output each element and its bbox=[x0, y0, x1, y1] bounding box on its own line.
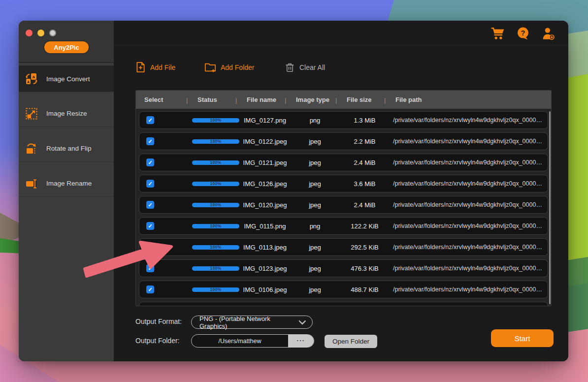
progress-bar: 100% bbox=[192, 182, 239, 186]
file-size: 476.3 KiB bbox=[340, 265, 389, 272]
table-row[interactable]: ✓ 100% IMG_0120.jpeg jpeg 2.4 MiB /priva… bbox=[139, 196, 548, 214]
trash-icon bbox=[285, 62, 295, 73]
progress-bar: 100% bbox=[192, 266, 239, 271]
cart-icon[interactable] bbox=[490, 27, 505, 40]
file-name: IMG_0113.jpeg bbox=[240, 244, 290, 251]
add-folder-button[interactable]: Add Folder bbox=[204, 62, 254, 73]
row-checkbox[interactable]: ✓ bbox=[146, 286, 154, 293]
sidebar-item-label: Image Resize bbox=[46, 110, 87, 117]
row-status-cell: 100% bbox=[191, 160, 240, 165]
row-checkbox[interactable]: ✓ bbox=[146, 116, 154, 124]
row-select-cell: ✓ bbox=[139, 286, 191, 293]
sidebar-item-image-rename[interactable]: Image Rename bbox=[19, 170, 114, 197]
progress-bar: 100% bbox=[192, 139, 239, 144]
file-name: IMG_0127.png bbox=[240, 117, 290, 124]
file-path: /private/var/folders/nz/xrvlwyln4w9dgkhv… bbox=[389, 201, 548, 208]
row-status-cell: 100% bbox=[191, 287, 240, 292]
row-status-cell: 100% bbox=[191, 203, 240, 207]
row-checkbox[interactable]: ✓ bbox=[146, 222, 154, 230]
output-folder-label: Output Folder: bbox=[135, 337, 180, 345]
main-pane: ? Add File bbox=[114, 21, 568, 361]
row-select-cell: ✓ bbox=[139, 116, 191, 124]
table-row[interactable]: ✓ 100% IMG_0106.jpeg jpeg 488.7 KiB /pri… bbox=[139, 281, 548, 298]
file-size: 292.5 KiB bbox=[340, 244, 389, 251]
table-row[interactable]: ✓ 100% IMG_0115.png png 122.2 KiB /priva… bbox=[139, 217, 548, 235]
clear-all-button[interactable]: Clear All bbox=[285, 62, 325, 73]
image-type: jpeg bbox=[290, 180, 340, 188]
file-path: /private/var/folders/nz/xrvlwyln4w9dgkhv… bbox=[389, 286, 548, 293]
svg-text:A: A bbox=[33, 75, 35, 79]
minimize-button[interactable] bbox=[37, 30, 44, 36]
file-path: /private/var/folders/nz/xrvlwyln4w9dgkhv… bbox=[389, 159, 548, 166]
table-row[interactable]: ✓ 100% IMG_0123.jpeg jpeg 476.3 KiB /pri… bbox=[139, 259, 548, 277]
help-icon[interactable]: ? bbox=[517, 27, 530, 40]
file-size: 488.7 KiB bbox=[340, 286, 389, 293]
sidebar-item-image-resize[interactable]: Image Resize bbox=[19, 100, 114, 127]
image-type: jpeg bbox=[290, 286, 340, 293]
row-checkbox[interactable]: ✓ bbox=[146, 159, 154, 166]
row-checkbox[interactable]: ✓ bbox=[146, 243, 154, 251]
row-checkbox[interactable]: ✓ bbox=[146, 264, 154, 272]
table-row[interactable]: ✓ 100% IMG_0113.jpeg jpeg 292.5 KiB /pri… bbox=[139, 238, 548, 256]
output-folder-input[interactable] bbox=[192, 335, 288, 347]
start-button[interactable]: Start bbox=[491, 329, 554, 347]
table-row[interactable]: ✓ 100% IMG_0127.png png 1.3 MiB /private… bbox=[139, 111, 548, 129]
column-header-select: Select bbox=[136, 96, 188, 103]
app-window: Any2Pic A A Image Convert bbox=[19, 21, 568, 361]
progress-value: 100% bbox=[192, 203, 239, 207]
progress-value: 100% bbox=[192, 139, 239, 144]
account-add-icon[interactable] bbox=[541, 27, 555, 40]
sidebar-item-label: Rotate and Flip bbox=[46, 145, 92, 152]
open-folder-button[interactable]: Open Folder bbox=[325, 335, 377, 348]
title-bar: ? bbox=[114, 21, 568, 45]
file-toolbar: Add File Add Folder Clear All bbox=[114, 62, 568, 79]
progress-value: 100% bbox=[192, 245, 239, 250]
file-size: 3.6 MiB bbox=[340, 180, 389, 188]
file-name: IMG_0121.jpeg bbox=[240, 159, 290, 166]
close-button[interactable] bbox=[26, 30, 33, 36]
row-checkbox[interactable]: ✓ bbox=[146, 201, 154, 209]
row-select-cell: ✓ bbox=[139, 264, 191, 272]
file-name: IMG_0115.png bbox=[240, 223, 290, 230]
table-row[interactable]: ✓ 100% IMG_0122.jpeg jpeg 2.2 MiB /priva… bbox=[139, 132, 548, 150]
progress-value: 100% bbox=[192, 224, 239, 228]
progress-bar: 100% bbox=[192, 160, 239, 165]
row-status-cell: 100% bbox=[191, 182, 240, 186]
column-header-image-type: Image type bbox=[286, 96, 337, 103]
table-scrollbar[interactable] bbox=[549, 111, 551, 304]
progress-bar: 100% bbox=[192, 118, 239, 123]
browse-button[interactable]: ... bbox=[288, 335, 314, 347]
row-checkbox[interactable]: ✓ bbox=[146, 137, 154, 145]
sidebar-item-image-convert[interactable]: A A Image Convert bbox=[19, 65, 114, 92]
file-size: 122.2 KiB bbox=[340, 223, 389, 230]
app-logo-badge: Any2Pic bbox=[44, 41, 89, 53]
window-controls bbox=[26, 30, 56, 36]
add-file-icon bbox=[135, 62, 146, 73]
progress-value: 100% bbox=[192, 287, 239, 292]
row-checkbox[interactable]: ✓ bbox=[146, 180, 154, 188]
zoom-button[interactable] bbox=[49, 30, 56, 36]
file-size: 2.2 MiB bbox=[340, 138, 389, 145]
sidebar-item-label: Image Convert bbox=[46, 75, 90, 83]
add-file-label: Add File bbox=[150, 64, 175, 71]
sidebar-item-label: Image Rename bbox=[46, 180, 92, 187]
table-row[interactable]: ✓ 100% IMG_0121.jpeg jpeg 2.4 MiB /priva… bbox=[139, 154, 548, 171]
progress-value: 100% bbox=[192, 266, 239, 271]
file-name: IMG_0106.jpeg bbox=[240, 286, 290, 293]
file-path: /private/var/folders/nz/xrvlwyln4w9dgkhv… bbox=[389, 265, 548, 272]
file-name: IMG_0120.jpeg bbox=[240, 201, 290, 209]
image-type: jpeg bbox=[290, 201, 340, 209]
file-table: Select Status File name Image type File … bbox=[135, 90, 552, 306]
image-convert-icon: A A bbox=[25, 72, 38, 86]
image-rename-icon bbox=[25, 177, 38, 191]
column-header-file-path: File path bbox=[386, 96, 551, 103]
table-row[interactable]: ✓ 100% IMG_0107.jpeg jpeg 433.5 KiB /pri… bbox=[139, 302, 548, 306]
row-select-cell: ✓ bbox=[139, 180, 191, 188]
svg-text:?: ? bbox=[521, 29, 525, 37]
table-row[interactable]: ✓ 100% IMG_0126.jpeg jpeg 3.6 MiB /priva… bbox=[139, 175, 548, 192]
add-file-button[interactable]: Add File bbox=[135, 62, 175, 73]
output-folder-field: ... bbox=[191, 334, 314, 348]
sidebar-item-rotate-and-flip[interactable]: Rotate and Flip bbox=[19, 135, 114, 162]
output-format-dropdown[interactable]: PNG - (Portable Network Graphics) bbox=[191, 316, 313, 329]
progress-bar: 100% bbox=[192, 287, 239, 292]
